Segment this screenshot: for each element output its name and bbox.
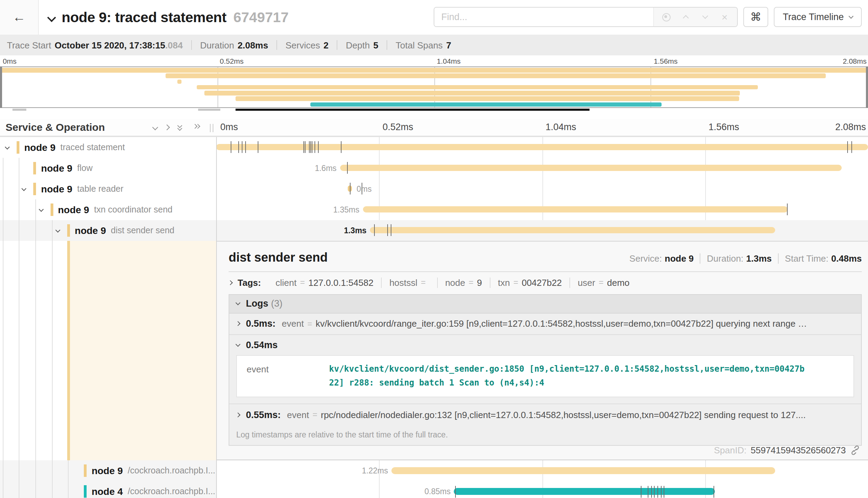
collapse-all-icon[interactable]: [193, 123, 201, 132]
span-name-cell[interactable]: node 4 /cockroach.roachpb.I...: [0, 481, 216, 498]
span-collapse-icon[interactable]: [22, 186, 27, 191]
log-tick: [374, 224, 374, 236]
minimap-left-handle[interactable]: [0, 66, 2, 108]
services-label: Services: [285, 40, 320, 50]
minimap-right-handle[interactable]: [866, 66, 868, 108]
collapse-one-level-icon[interactable]: [164, 124, 170, 130]
find-next-icon[interactable]: [700, 11, 711, 22]
span-bar-track[interactable]: 1.6ms: [216, 157, 868, 178]
span-bar[interactable]: [391, 468, 775, 474]
log-entry-collapsed[interactable]: 0.55ms: event=rpc/nodedialer/nodedialer.…: [229, 404, 861, 425]
span-row-flow[interactable]: node 9 flow 1.6ms: [0, 157, 868, 178]
minimap-canvas[interactable]: [0, 66, 868, 108]
span-name-cell[interactable]: node 9 dist sender send: [0, 220, 216, 241]
log-timestamp: 0.55ms:: [246, 409, 281, 420]
log-expanded-header[interactable]: 0.54ms: [229, 335, 861, 355]
span-row-txn-coordinator-send[interactable]: node 9 txn coordinator send 1.35ms: [0, 199, 868, 220]
duration-value: 1.3ms: [746, 253, 772, 263]
minimap-tick: 2.08ms: [843, 57, 867, 65]
log-entry-collapsed[interactable]: 0.5ms: event=kv/kvclient/kvcoord/range_i…: [229, 313, 861, 335]
find-input[interactable]: [434, 8, 653, 26]
log-tick: [305, 141, 306, 153]
log-event-table: event kv/kvclient/kvcoord/dist_sender.go…: [236, 355, 854, 397]
find-target-icon[interactable]: [661, 11, 672, 22]
expand-one-level-icon[interactable]: [152, 124, 158, 130]
expand-all-icon[interactable]: [177, 123, 185, 132]
span-collapse-icon[interactable]: [5, 144, 10, 149]
minimap-tick: 0ms: [3, 57, 17, 65]
minimap-tick: 1.56ms: [654, 57, 678, 65]
log-tick: [455, 486, 456, 497]
minimap-span-bar: [177, 79, 182, 84]
trace-start-value: October 15 2020, 17:38:15: [55, 40, 165, 50]
span-bar-track[interactable]: 0ms: [216, 178, 868, 199]
span-row-cockroach-roachpb-node4[interactable]: node 4 /cockroach.roachpb.I... 0.85ms: [0, 481, 868, 498]
chevron-down-icon: [236, 300, 240, 305]
back-button[interactable]: ←: [0, 0, 39, 35]
log-tick: [651, 486, 652, 497]
chevron-right-icon: [236, 321, 240, 326]
span-bar[interactable]: [340, 165, 842, 171]
span-name-cell[interactable]: node 9 txn coordinator send: [0, 199, 216, 220]
selected-span-tint-column: [70, 241, 216, 460]
log-tick: [362, 183, 362, 194]
trace-id: 6749717: [233, 9, 289, 26]
span-row-table-reader[interactable]: node 9 table reader 0ms: [0, 178, 868, 199]
timeline-column-header: Service & Operation 0ms 0.52ms 1.04ms 1.…: [0, 119, 868, 137]
log-value: rpc/nodedialer/nodedialer.go:132 [n9,cli…: [321, 409, 806, 420]
duration-label: Duration:: [707, 253, 744, 263]
span-name-cell[interactable]: node 9 table reader: [0, 178, 216, 199]
timeline-tick: 0.52ms: [383, 122, 414, 132]
minimap-scroll-fragment: [12, 109, 26, 111]
span-bar-track[interactable]: 0.85ms: [216, 481, 868, 498]
span-bar-track[interactable]: [216, 137, 868, 157]
deep-link-icon[interactable]: [850, 445, 860, 455]
span-bar[interactable]: [454, 488, 715, 495]
minimap-span-bar: [236, 97, 739, 101]
collapse-trace-header-icon[interactable]: [47, 13, 56, 21]
find-clear-icon[interactable]: ×: [719, 11, 730, 22]
log-tick: [347, 162, 348, 174]
log-tick: [310, 141, 311, 153]
log-tick: [239, 141, 239, 153]
span-row-dist-sender-send[interactable]: node 9 dist sender send 1.3ms: [0, 220, 868, 241]
span-collapse-icon[interactable]: [38, 207, 43, 211]
service-value: node 9: [665, 253, 694, 263]
span-duration-label: 0ms: [356, 184, 371, 193]
find-prev-icon[interactable]: [680, 11, 691, 22]
log-tick: [241, 141, 242, 153]
span-bar[interactable]: [363, 206, 788, 213]
logs-accordion-header[interactable]: Logs (3): [229, 295, 861, 313]
span-row-traced-statement[interactable]: node 9 traced statement: [0, 137, 868, 157]
span-bar-track[interactable]: 1.3ms: [216, 220, 868, 241]
trace-view-select[interactable]: Trace Timeline: [774, 7, 862, 27]
tags-accordion[interactable]: Tags: client=127.0.0.1:54582 hostssl= no…: [229, 277, 862, 288]
find-icon-bar: ×: [653, 8, 737, 26]
span-bar[interactable]: [370, 227, 776, 234]
keyboard-shortcuts-button[interactable]: ⌘: [743, 7, 768, 27]
service-operation-header: Service & Operation: [0, 119, 216, 135]
span-row-cockroach-roachpb-node9[interactable]: node 9 /cockroach.roachpb.I... 1.22ms: [0, 460, 868, 481]
trace-start-ms: .084: [165, 40, 183, 50]
span-operation: flow: [77, 163, 92, 173]
service-operation-label: Service & Operation: [6, 121, 105, 133]
logs-label: Logs: [246, 298, 268, 309]
top-bar: ← node 9: traced statement 6749717 × ⌘ T…: [0, 0, 868, 35]
span-id-row: SpanID: 5597415943526560273: [714, 445, 860, 455]
span-bar-track[interactable]: 1.22ms: [216, 460, 868, 481]
span-name-cell[interactable]: node 9 traced statement: [0, 137, 216, 157]
tag-txn: txn=00427b22: [490, 277, 570, 288]
span-collapse-icon[interactable]: [55, 227, 60, 232]
chevron-right-icon: [236, 412, 240, 417]
span-name-cell[interactable]: node 9 flow: [0, 157, 216, 178]
span-detail-panel: dist sender send Service:node 9 Duration…: [216, 241, 868, 460]
trace-minimap[interactable]: 0ms 0.52ms 1.04ms 1.56ms 2.08ms: [0, 55, 868, 111]
span-bar-track[interactable]: 1.35ms: [216, 199, 868, 220]
depth-value: 5: [373, 40, 378, 50]
span-name-cell[interactable]: node 9 /cockroach.roachpb.I...: [0, 460, 216, 481]
minimap-scrubber[interactable]: [235, 109, 589, 111]
minimap-tick: 0.52ms: [220, 57, 244, 65]
minimap-span-bar: [196, 85, 758, 90]
column-divider[interactable]: [216, 137, 217, 498]
column-resize-grip[interactable]: [210, 124, 213, 132]
